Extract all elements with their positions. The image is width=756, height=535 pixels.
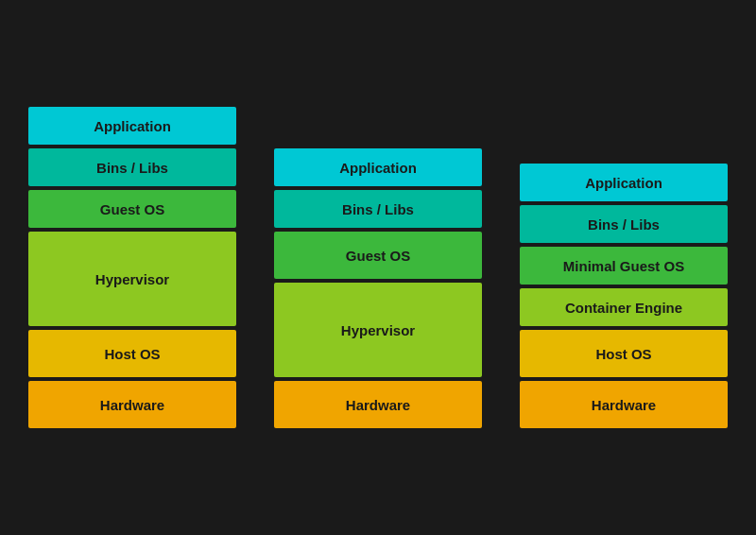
c1-hypervisor: Hypervisor — [28, 232, 236, 326]
c2-hardware: Hardware — [274, 381, 482, 428]
c1-bins: Bins / Libs — [28, 148, 236, 186]
column-1: Application Bins / Libs Guest OS Hypervi… — [28, 107, 236, 428]
c3-hostos: Host OS — [520, 330, 728, 377]
c2-hypervisor: Hypervisor — [274, 283, 482, 377]
c2-application: Application — [274, 148, 482, 186]
c1-hardware: Hardware — [28, 381, 236, 428]
c2-guestos: Guest OS — [274, 232, 482, 279]
c1-application: Application — [28, 107, 236, 145]
c2-bins: Bins / Libs — [274, 190, 482, 228]
c3-application: Application — [520, 164, 728, 201]
c1-hostos: Host OS — [28, 330, 236, 377]
diagram: Application Bins / Libs Guest OS Hypervi… — [0, 88, 756, 447]
c3-bins: Bins / Libs — [520, 205, 728, 243]
c3-hardware: Hardware — [520, 381, 728, 428]
column-3: Application Bins / Libs Minimal Guest OS… — [520, 164, 728, 428]
column-2: Application Bins / Libs Guest OS Hypervi… — [274, 148, 482, 428]
c3-minguestos: Minimal Guest OS — [520, 247, 728, 285]
c3-containerengine: Container Engine — [520, 288, 728, 326]
c1-guestos: Guest OS — [28, 190, 236, 228]
